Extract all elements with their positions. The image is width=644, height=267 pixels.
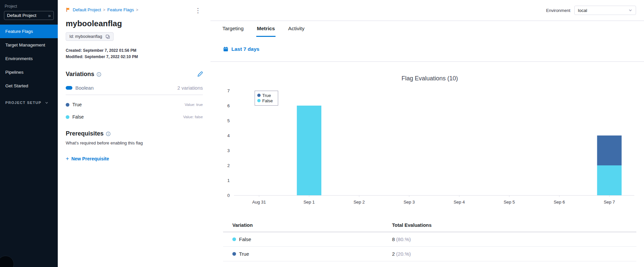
svg-text:Sep 7: Sep 7 <box>604 200 615 205</box>
harness-logo[interactable] <box>0 256 14 267</box>
table-row-false[interactable]: False 8(80.%) <box>223 232 636 247</box>
svg-text:0: 0 <box>227 193 230 198</box>
variation-value: Value: true <box>185 103 203 107</box>
sidebar-item-target-management[interactable]: Target Management <box>0 38 58 52</box>
copy-icon[interactable] <box>106 35 110 39</box>
variation-name: True <box>72 102 82 107</box>
variations-heading: Variations <box>66 71 94 78</box>
table-row-true[interactable]: True 2(20.%) <box>223 247 636 261</box>
breadcrumb-feature-flags-link[interactable]: Feature Flags <box>107 7 134 12</box>
double-chevron-icon: » <box>48 13 51 18</box>
boolean-type-icon <box>66 86 72 90</box>
divider <box>66 95 203 95</box>
flag-id-text: Id: mybooleanflag <box>69 34 102 39</box>
variation-color-dot <box>232 252 236 256</box>
date-range-filter[interactable]: Last 7 days <box>210 37 644 62</box>
project-selector[interactable]: Default Project » <box>4 11 54 20</box>
variation-name: False <box>72 114 84 120</box>
column-header-variation: Variation <box>223 222 392 228</box>
svg-text:False: False <box>262 98 273 103</box>
svg-text:Sep 5: Sep 5 <box>504 200 515 205</box>
sidebar-item-environments[interactable]: Environments <box>0 52 58 65</box>
variation-color-dot <box>66 115 69 119</box>
app-root: Project Default Project » Feature Flags … <box>0 0 644 267</box>
prerequisites-description: What's required before enabling this fla… <box>66 140 203 145</box>
evaluations-table: Variation Total Evaluations False 8(80.%… <box>223 218 636 261</box>
flag-evaluations-chart: Flag Evaluations (10) 01234567Aug 31Sep … <box>223 75 636 209</box>
tab-activity[interactable]: Activity <box>287 21 305 37</box>
flag-detail-panel: Default Project > Feature Flags > ⋮ mybo… <box>58 0 210 267</box>
environment-label: Environment <box>546 8 570 13</box>
sidebar: Project Default Project » Feature Flags … <box>0 0 58 267</box>
svg-text:Aug 31: Aug 31 <box>252 200 266 205</box>
info-icon[interactable] <box>106 132 111 136</box>
sidebar-item-feature-flags[interactable]: Feature Flags <box>0 25 58 38</box>
variation-color-dot <box>66 103 69 107</box>
flag-title: mybooleanflag <box>66 19 203 28</box>
breadcrumb: Default Project > Feature Flags > ⋮ <box>66 7 203 14</box>
flag-created-date: Created: September 7, 2022 01:56 PM <box>66 47 203 54</box>
svg-text:2: 2 <box>227 163 230 168</box>
new-prerequisite-button[interactable]: + New Prerequisite <box>66 155 109 162</box>
svg-text:7: 7 <box>227 88 230 93</box>
calendar-icon <box>223 46 228 52</box>
info-icon[interactable] <box>97 72 101 77</box>
sidebar-item-get-started[interactable]: Get Started <box>0 79 58 93</box>
tab-targeting[interactable]: Targeting <box>222 21 244 37</box>
variation-row-false: False Value: false <box>66 114 203 120</box>
project-selector-value: Default Project <box>7 13 37 18</box>
environment-select[interactable]: local <box>574 6 636 15</box>
svg-text:6: 6 <box>227 103 230 108</box>
table-header-row: Variation Total Evaluations <box>223 218 636 232</box>
svg-text:True: True <box>262 93 271 98</box>
svg-text:Sep 3: Sep 3 <box>404 200 415 205</box>
svg-text:Sep 6: Sep 6 <box>554 200 565 205</box>
flag-module-icon <box>66 7 71 12</box>
variation-type-row: Boolean 2 variations <box>66 85 203 91</box>
table-variation-name: False <box>239 236 251 242</box>
table-total-percent: (20.%) <box>396 251 411 257</box>
flag-id-chip: Id: mybooleanflag <box>66 32 114 41</box>
chart-title: Flag Evaluations (10) <box>223 75 636 82</box>
prerequisites-heading: Prerequisites <box>66 130 104 137</box>
project-setup-toggle[interactable]: PROJECT SETUP <box>0 101 58 105</box>
variation-count: 2 variations <box>177 85 203 91</box>
chevron-down-icon <box>45 101 48 105</box>
flag-modified-date: Modified: September 7, 2022 02:10 PM <box>66 54 203 60</box>
variation-row-true: True Value: true <box>66 102 203 107</box>
chevron-down-icon <box>628 8 632 12</box>
plus-icon: + <box>66 155 69 162</box>
sidebar-nav: Feature Flags Target Management Environm… <box>0 25 58 93</box>
table-variation-name: True <box>239 251 249 257</box>
breadcrumb-separator: > <box>136 8 138 12</box>
pencil-icon <box>197 71 203 77</box>
date-range-label: Last 7 days <box>231 46 259 52</box>
edit-variations-button[interactable] <box>197 71 203 77</box>
table-total-value: 2 <box>392 251 395 257</box>
svg-text:Sep 4: Sep 4 <box>453 200 465 205</box>
svg-text:5: 5 <box>227 118 230 123</box>
environment-bar: Environment local <box>210 0 644 21</box>
tab-bar: Targeting Metrics Activity <box>210 21 644 37</box>
table-total-percent: (80.%) <box>396 236 411 242</box>
breadcrumb-separator: > <box>103 8 105 12</box>
column-header-total-evaluations: Total Evaluations <box>392 222 636 228</box>
sidebar-item-pipelines[interactable]: Pipelines <box>0 65 58 79</box>
new-prerequisite-label: New Prerequisite <box>71 156 109 161</box>
environment-select-value: local <box>578 8 587 13</box>
svg-text:4: 4 <box>227 133 230 138</box>
tab-metrics[interactable]: Metrics <box>256 21 276 37</box>
svg-text:Sep 2: Sep 2 <box>354 200 365 205</box>
svg-text:3: 3 <box>227 148 230 153</box>
project-label: Project <box>0 0 58 10</box>
variation-color-dot <box>232 237 236 241</box>
svg-text:Sep 1: Sep 1 <box>303 200 315 205</box>
variation-value: Value: false <box>183 115 203 119</box>
flag-options-menu-button[interactable]: ⋮ <box>193 7 203 14</box>
metrics-main: Environment local Targeting Metrics Acti… <box>210 0 644 267</box>
variation-type-label: Boolean <box>75 85 94 91</box>
breadcrumb-project-link[interactable]: Default Project <box>73 7 101 12</box>
svg-text:1: 1 <box>227 178 230 183</box>
bar-chart[interactable]: 01234567Aug 31Sep 1Sep 2Sep 3Sep 4Sep 5S… <box>223 85 636 209</box>
table-total-value: 8 <box>392 236 395 242</box>
